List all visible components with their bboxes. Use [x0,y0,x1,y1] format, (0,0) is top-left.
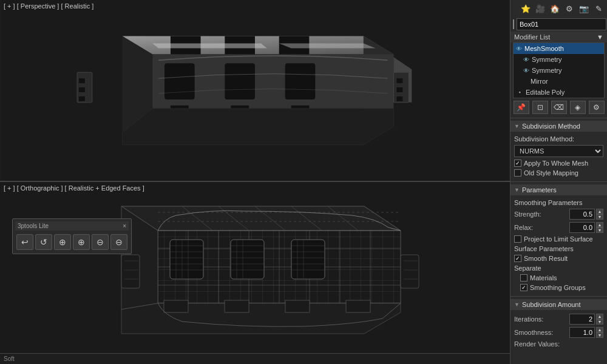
icon-photo[interactable]: 📷 [578,2,590,15]
tools-panel: 3ptools Lite × ↩ ↺ ⊕ ⊕ ⊖ ⊖ [12,218,132,254]
tool-btn-plus2[interactable]: ⊕ [73,234,90,250]
eye-icon-meshsmooth: 👁 [516,46,522,52]
svg-rect-79 [346,300,370,312]
svg-rect-23 [79,87,85,92]
svg-rect-77 [225,300,249,312]
smooth-result-row: Smooth Result [514,254,603,263]
apply-whole-mesh-cb[interactable] [514,160,521,167]
stack-item-mirror[interactable]: Mirror [514,76,604,87]
relax-input-row: ▲ ▼ [569,222,603,233]
status-text: Soft [4,356,15,362]
svg-marker-30 [121,206,401,231]
project-limit-label: Project to Limit Surface [524,235,593,243]
apply-whole-mesh-row: Apply To Whole Mesh [514,158,603,168]
icon-house[interactable]: 🏠 [549,2,561,15]
modifier-list-label[interactable]: Modifier List ▼ [510,32,607,42]
stack-item-meshsmooth[interactable]: 👁 MeshSmooth [514,43,604,54]
relax-input[interactable] [569,222,595,233]
svg-rect-11 [164,63,195,99]
section-title-amount: Subdivision Amount [522,301,581,308]
viewport-top[interactable]: [ + ] [ Perspective ] [ Realistic ] [0,0,510,182]
section-header-subdivision[interactable]: ▼ Subdivision Method [510,121,607,132]
viewport-area: [ + ] [ Perspective ] [ Realistic ] [0,0,510,364]
eye-icon-sym1: 👁 [523,56,529,63]
smoothing-groups-cb[interactable] [520,284,527,291]
smoothness-down[interactable]: ▼ [596,332,603,338]
tool-btn-minus2[interactable]: ⊖ [110,234,127,250]
object-name-input[interactable] [517,18,606,30]
iterations-down[interactable]: ▼ [596,319,603,325]
smooth-result-cb[interactable] [514,255,521,262]
tool-btn-minus1[interactable]: ⊖ [92,234,109,250]
stack-label-poly: Editable Poly [526,89,565,96]
svg-rect-12 [225,63,255,99]
modifier-stack: 👁 MeshSmooth 👁 Symmetry 👁 Symmetry Mirro… [513,42,605,98]
smooth-result-label: Smooth Result [524,255,568,262]
section-header-params[interactable]: ▼ Parameters [510,184,607,195]
mod-pin-btn[interactable]: 📌 [514,101,529,114]
svg-rect-78 [285,300,310,312]
icon-star[interactable]: ⭐ [520,2,532,15]
stack-label-sym1: Symmetry [532,56,562,63]
stack-item-editablepoly[interactable]: ▪ Editable Poly [514,87,604,98]
strength-label: Strength: [514,211,569,218]
smoothness-spinner: ▲ ▼ [596,327,603,338]
relax-label: Relax: [514,224,569,231]
icon-camera[interactable]: 🎥 [534,2,546,15]
apply-whole-mesh-label: Apply To Whole Mesh [524,160,588,167]
color-swatch[interactable] [513,19,514,29]
mod-configure-btn[interactable]: ⚙ [589,101,605,114]
stack-item-symmetry2[interactable]: 👁 Symmetry [514,65,604,76]
relax-up[interactable]: ▲ [596,222,603,228]
smoothness-input[interactable] [569,327,595,338]
render-values-row: Render Values: [514,339,603,349]
relax-row: Relax: ▲ ▼ [514,221,603,234]
strength-input[interactable] [569,209,595,220]
object-name-row [510,17,607,32]
surface-params-label: Surface Parameters [514,245,574,252]
smoothing-groups-label: Smoothing Groups [530,284,586,291]
viewport-bottom[interactable]: [ + ] [ Orthographic ] [ Realistic + Edg… [0,182,510,364]
old-style-mapping-cb[interactable] [514,169,521,177]
materials-cb[interactable] [520,274,527,281]
tool-btn-plus1[interactable]: ⊕ [54,234,71,250]
icon-pen[interactable]: ✎ [592,2,605,15]
smoothing-params-label-row: Smoothing Parameters [514,198,603,207]
section-body-params: Smoothing Parameters Strength: ▲ ▼ Relax… [510,195,607,295]
stack-label-meshsmooth: MeshSmooth [524,45,564,52]
project-limit-cb[interactable] [514,235,521,243]
strength-down[interactable]: ▼ [596,214,603,220]
svg-rect-22 [79,78,85,83]
mod-make-unique-btn[interactable]: ◈ [570,101,586,114]
project-limit-row: Project to Limit Surface [514,234,603,244]
mod-remove-btn[interactable]: ⌫ [551,101,567,114]
tool-btn-arrow[interactable]: ↩ [16,234,33,250]
tools-panel-title: 3ptools Lite × [15,221,129,231]
svg-rect-28 [396,96,402,101]
svg-rect-26 [396,78,402,83]
smoothing-params-label: Smoothing Parameters [514,199,583,206]
relax-spinner: ▲ ▼ [596,222,603,233]
mod-show-btn[interactable]: ⊡ [532,101,548,114]
stack-item-symmetry1[interactable]: 👁 Symmetry [514,54,604,65]
smoothness-row: Smoothness: ▲ ▼ [514,326,603,339]
smoothness-up[interactable]: ▲ [596,327,603,332]
modifier-list-arrow: ▼ [597,33,603,41]
iterations-up[interactable]: ▲ [596,314,603,319]
svg-rect-13 [285,63,316,99]
section-title-sub: Subdivision Method [522,123,580,130]
param-method-label: Subdivision Method: [514,135,574,143]
mesh-bottom-svg [0,182,510,364]
section-header-amount[interactable]: ▼ Subdivision Amount [510,299,607,310]
smoothness-input-row: ▲ ▼ [569,327,603,338]
tool-btn-loop[interactable]: ↺ [35,234,52,250]
materials-row: Materials [514,273,603,283]
iterations-input-row: ▲ ▼ [569,314,603,325]
tools-panel-close[interactable]: × [123,223,126,229]
method-dropdown[interactable]: NURMS Classic [514,145,603,157]
relax-down[interactable]: ▼ [596,228,603,233]
icon-settings[interactable]: ⚙ [563,2,575,15]
strength-up[interactable]: ▲ [596,209,603,214]
strength-spinner: ▲ ▼ [596,209,603,220]
iterations-input[interactable] [569,314,595,325]
